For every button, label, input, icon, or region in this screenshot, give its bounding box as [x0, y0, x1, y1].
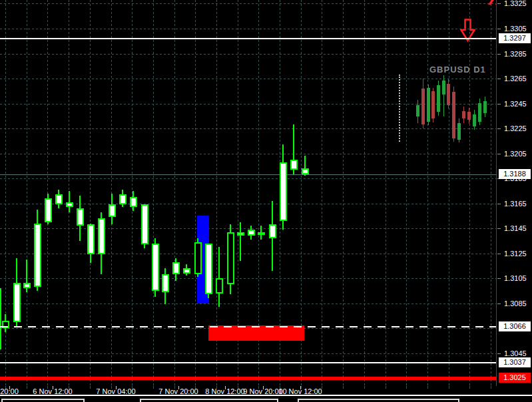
inset-candlestick — [421, 89, 425, 124]
price-label: 1.3305 — [504, 25, 527, 33]
bottom-panel-edge — [0, 394, 532, 402]
inset-candlestick — [462, 111, 465, 118]
price-tick — [497, 353, 501, 354]
time-grid-tick — [491, 386, 491, 389]
inset-candlestick — [416, 105, 419, 116]
inset-candlestick — [483, 101, 487, 113]
candlestick — [77, 208, 84, 226]
candlestick — [162, 274, 169, 292]
price-tick — [497, 104, 501, 104]
time-grid-tick — [90, 386, 91, 389]
dashed-level-line[interactable] — [0, 326, 496, 327]
time-grid-tick — [449, 386, 449, 389]
price-axis[interactable]: 1.33251.33051.32851.32651.32451.32251.32… — [496, 0, 532, 386]
price-label: 1.3285 — [504, 50, 527, 58]
price-tick — [497, 154, 501, 154]
time-grid-tick — [386, 386, 386, 389]
price-label: 1.3245 — [504, 100, 527, 108]
grid-hline — [0, 178, 496, 179]
price-badge: 1.3066 — [499, 321, 531, 331]
grid-hline — [0, 204, 496, 204]
bottom-panel-button[interactable] — [140, 399, 278, 402]
candlestick — [216, 278, 223, 294]
inset-candlestick — [447, 84, 450, 105]
price-level-line[interactable] — [0, 377, 496, 380]
price-label: 1.3145 — [504, 224, 527, 232]
inset-chart-title: GBPUSD D1 — [429, 65, 486, 75]
grid-hline — [0, 254, 496, 254]
time-grid-tick — [153, 386, 154, 389]
time-grid-tick — [343, 386, 344, 389]
candle-wick — [69, 191, 70, 212]
price-tick — [497, 303, 501, 304]
price-tick — [497, 54, 501, 55]
price-badge: 1.3037 — [499, 357, 531, 367]
candlestick — [23, 283, 31, 288]
time-grid-tick — [364, 386, 365, 389]
candlestick — [55, 194, 63, 204]
grid-hline — [0, 3, 496, 4]
panel-separator-line — [0, 395, 532, 396]
price-label: 1.3325 — [504, 0, 527, 7]
bottom-panel-button[interactable] — [1, 399, 85, 402]
bottom-panel-button[interactable] — [298, 399, 459, 402]
price-label: 1.3205 — [504, 150, 527, 158]
time-grid-tick — [469, 386, 470, 389]
inset-candlestick — [437, 85, 440, 112]
candlestick — [87, 224, 95, 254]
price-badge: 1.3297 — [499, 33, 531, 43]
price-label: 1.3225 — [504, 124, 527, 132]
inset-candlestick — [452, 92, 455, 138]
price-tick — [497, 278, 501, 279]
inset-candlestick — [431, 91, 435, 118]
candlestick — [34, 224, 41, 287]
candlestick — [172, 262, 180, 274]
price-label: 1.3045 — [504, 349, 527, 357]
price-level-line[interactable] — [0, 362, 496, 363]
price-label: 1.3165 — [504, 200, 527, 208]
price-level-line[interactable] — [0, 38, 496, 39]
candlestick — [205, 244, 212, 294]
grid-hline — [0, 303, 496, 304]
partial-candle — [0, 288, 1, 349]
candlestick — [13, 283, 21, 322]
grid-hline — [0, 128, 496, 129]
candlestick — [119, 194, 127, 204]
price-badge: 1.3025 — [499, 373, 531, 383]
inset-candlestick — [467, 112, 471, 120]
grid-hline — [0, 154, 496, 154]
candlestick — [66, 202, 73, 207]
price-tick — [497, 254, 501, 254]
candlestick — [227, 232, 234, 284]
candlestick — [152, 244, 159, 291]
candlestick — [280, 162, 287, 221]
inset-range-dotted-line — [399, 75, 400, 142]
time-grid-tick — [406, 386, 407, 389]
time-grid-tick — [427, 386, 428, 389]
chart-area[interactable]: GBPUSD D1 — [0, 0, 496, 386]
candlestick — [98, 218, 105, 254]
price-tick — [497, 228, 501, 229]
grid-hline — [0, 353, 496, 354]
grid-hline — [0, 278, 496, 279]
price-label: 1.3105 — [504, 274, 527, 282]
inset-candlestick — [442, 81, 445, 95]
inset-candlestick — [457, 123, 461, 140]
red-highlight-rect[interactable] — [208, 325, 304, 341]
price-level-line[interactable] — [0, 174, 496, 175]
candlestick — [45, 198, 52, 222]
price-label: 1.3085 — [504, 300, 527, 307]
inset-candlestick — [473, 114, 476, 126]
price-badge: 1.3188 — [499, 169, 531, 179]
candlestick — [269, 224, 276, 238]
inset-candlestick — [478, 103, 481, 122]
terminal-screenshot: { "colors": { "background": "#000000", "… — [0, 0, 532, 402]
price-label: 1.3125 — [504, 250, 527, 258]
grid-hline — [0, 29, 496, 29]
candlestick — [258, 232, 265, 235]
price-tick — [497, 29, 501, 29]
candlestick — [130, 197, 137, 207]
candlestick — [302, 168, 309, 174]
grid-hline — [0, 228, 496, 229]
candlestick — [141, 204, 148, 244]
